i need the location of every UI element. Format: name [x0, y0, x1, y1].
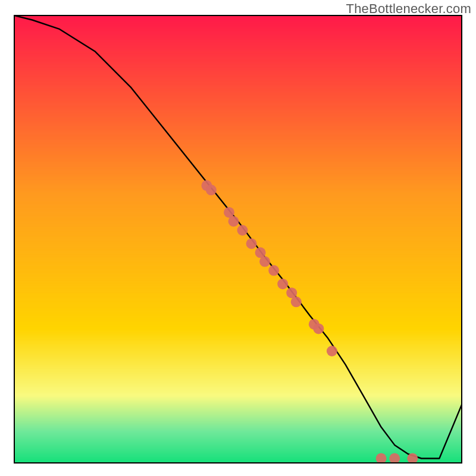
data-point [206, 184, 217, 195]
data-point [407, 453, 418, 464]
data-point [246, 239, 257, 249]
data-point [228, 216, 239, 227]
data-point [237, 225, 248, 236]
data-point [376, 453, 387, 464]
watermark-text: TheBottlenecker.com [346, 1, 471, 17]
bottleneck-chart [0, 0, 476, 476]
data-point [259, 256, 270, 267]
data-point [268, 265, 279, 276]
data-point [277, 278, 288, 289]
data-point [389, 453, 400, 464]
data-point [313, 323, 324, 334]
data-point [327, 346, 337, 356]
chart-frame: TheBottlenecker.com [0, 0, 476, 476]
data-point [291, 296, 302, 307]
